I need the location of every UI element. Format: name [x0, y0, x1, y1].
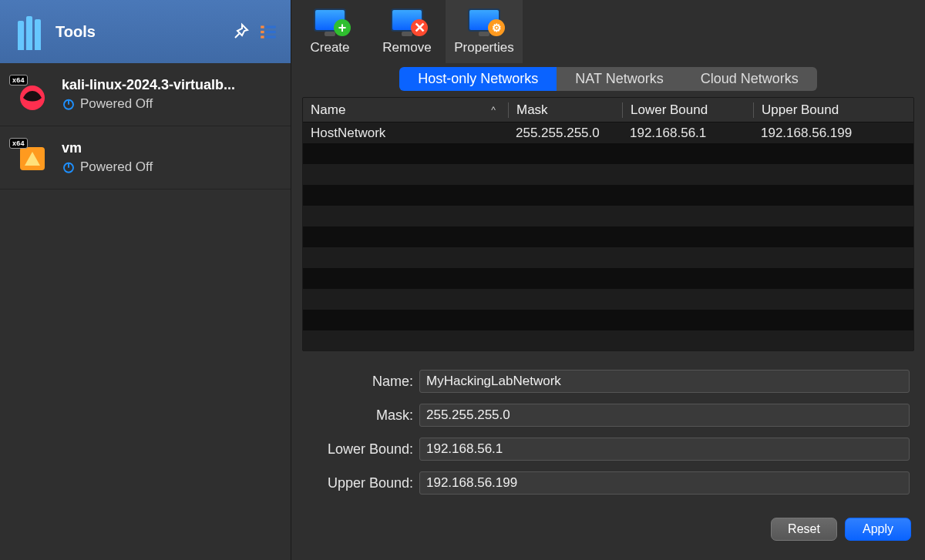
th-lower-bound[interactable]: Lower Bound: [622, 102, 753, 118]
vm-status: Powered Off: [62, 96, 235, 112]
table-row: [303, 226, 913, 247]
create-icon: +: [311, 2, 348, 39]
main-panel: + Create ✕ Remove ⚙ Properties Host-only…: [291, 0, 925, 560]
vm-status-text: Powered Off: [80, 96, 153, 112]
th-mask[interactable]: Mask: [508, 102, 622, 118]
svg-rect-2: [261, 31, 264, 33]
vm-item-kali[interactable]: x64 kali-linux-2024.3-virtualb... Powere…: [0, 63, 291, 126]
table-row: [303, 143, 913, 164]
vm-status: Powered Off: [62, 159, 153, 175]
footer: Reset Apply: [291, 513, 925, 548]
tools-header[interactable]: Tools: [0, 0, 291, 63]
table-row: [303, 289, 913, 310]
table-row: [303, 268, 913, 289]
table-row: [303, 330, 913, 351]
properties-icon: ⚙: [466, 2, 503, 39]
table-row: [303, 185, 913, 206]
input-mask[interactable]: [419, 404, 910, 427]
tab-host-only[interactable]: Host-only Networks: [399, 67, 557, 91]
cell-upper-bound: 192.168.56.199: [753, 126, 913, 141]
input-upper-bound[interactable]: [419, 471, 910, 495]
pin-icon[interactable]: [229, 20, 252, 43]
vm-text: vm Powered Off: [62, 140, 153, 175]
table-header: Name^ Mask Lower Bound Upper Bound: [303, 98, 913, 122]
network-table: Name^ Mask Lower Bound Upper Bound HostN…: [302, 97, 914, 351]
arch-badge: x64: [9, 75, 28, 86]
vm-text: kali-linux-2024.3-virtualb... Powered Of…: [62, 77, 235, 112]
tools-label: Tools: [56, 23, 224, 41]
svg-rect-4: [261, 35, 264, 38]
svg-rect-0: [261, 25, 264, 28]
sort-asc-icon: ^: [491, 105, 496, 116]
vm-name: kali-linux-2024.3-virtualb...: [62, 77, 235, 93]
svg-rect-3: [266, 31, 276, 33]
power-icon: [62, 97, 76, 111]
input-lower-bound[interactable]: [419, 438, 910, 461]
svg-rect-1: [266, 25, 276, 28]
remove-icon: ✕: [388, 2, 426, 39]
table-row: [303, 164, 913, 185]
properties-label: Properties: [454, 40, 513, 55]
create-label: Create: [310, 40, 349, 55]
vm-os-icon: x64: [14, 139, 51, 176]
cell-name: HostNetwork: [303, 126, 508, 141]
remove-label: Remove: [382, 40, 431, 55]
vm-os-icon: x64: [14, 76, 51, 113]
svg-rect-5: [266, 35, 276, 38]
network-tabs: Host-only Networks NAT Networks Cloud Ne…: [291, 63, 925, 97]
cell-mask: 255.255.255.0: [508, 126, 622, 141]
input-name[interactable]: [419, 370, 910, 393]
th-name-text: Name: [311, 102, 345, 118]
table-body: HostNetwork 255.255.255.0 192.168.56.1 1…: [303, 122, 913, 351]
cell-lower-bound: 192.168.56.1: [622, 126, 753, 141]
table-row: [303, 247, 913, 268]
th-name[interactable]: Name^: [303, 102, 508, 118]
remove-button[interactable]: ✕ Remove: [368, 0, 446, 63]
app-root: Tools x64 kali-linux-2024.3-virtualb... …: [0, 0, 925, 560]
list-view-icon[interactable]: [257, 20, 280, 43]
table-row[interactable]: HostNetwork 255.255.255.0 192.168.56.1 1…: [303, 122, 913, 143]
create-button[interactable]: + Create: [291, 0, 368, 63]
tab-cloud[interactable]: Cloud Networks: [682, 67, 817, 91]
th-upper-bound[interactable]: Upper Bound: [753, 102, 913, 118]
network-form: Name: Mask: Lower Bound: Upper Bound:: [291, 351, 925, 513]
properties-button[interactable]: ⚙ Properties: [446, 0, 523, 63]
tools-icon: [11, 13, 48, 50]
table-row: [303, 206, 913, 226]
vm-status-text: Powered Off: [80, 159, 153, 175]
arch-badge: x64: [9, 138, 28, 149]
label-mask: Mask:: [307, 407, 419, 424]
label-lower-bound: Lower Bound:: [307, 441, 419, 458]
sidebar: Tools x64 kali-linux-2024.3-virtualb... …: [0, 0, 291, 560]
vm-item-vm[interactable]: x64 vm Powered Off: [0, 126, 291, 189]
toolbar: + Create ✕ Remove ⚙ Properties: [291, 0, 925, 63]
table-row: [303, 310, 913, 330]
label-upper-bound: Upper Bound:: [307, 475, 419, 491]
power-icon: [62, 160, 76, 174]
apply-button[interactable]: Apply: [845, 518, 911, 541]
tab-nat[interactable]: NAT Networks: [557, 67, 681, 91]
reset-button[interactable]: Reset: [771, 518, 837, 541]
vm-name: vm: [62, 140, 153, 156]
label-name: Name:: [307, 374, 419, 390]
